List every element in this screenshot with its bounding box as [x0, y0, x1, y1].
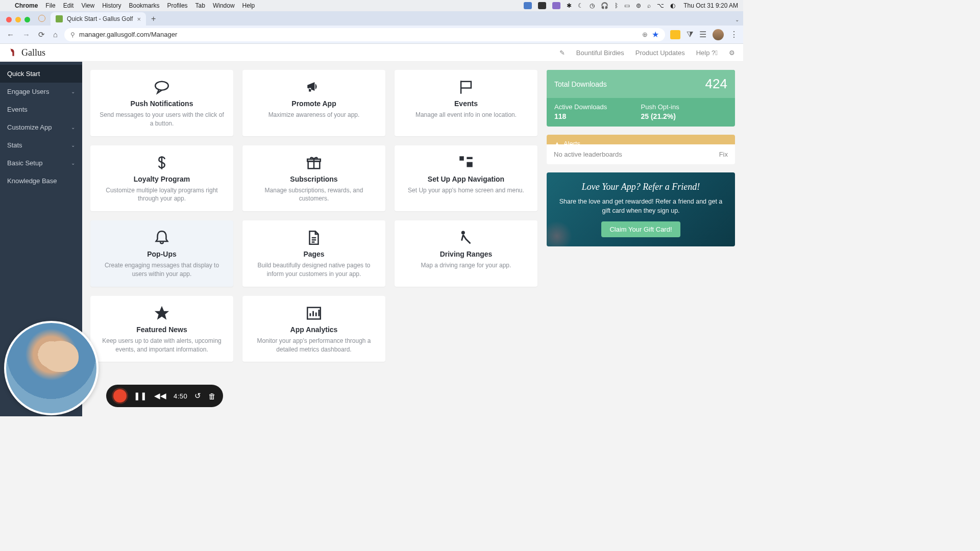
- card-push-notifications[interactable]: Push Notifications Send messages to your…: [90, 70, 233, 136]
- card-featured-news[interactable]: Featured News Keep users up to date with…: [90, 296, 233, 362]
- siri-icon[interactable]: ◐: [670, 2, 675, 9]
- sidebar-item-engage-users[interactable]: Engage Users⌄: [0, 83, 82, 101]
- delete-button[interactable]: 🗑: [208, 392, 216, 400]
- reload-button[interactable]: ⟳: [37, 30, 46, 39]
- profile-avatar[interactable]: [713, 29, 724, 40]
- card-app-analytics[interactable]: App Analytics Monitor your app's perform…: [242, 296, 385, 362]
- svg-point-0: [155, 82, 168, 90]
- card-subscriptions[interactable]: Subscriptions Manage subscriptions, rewa…: [242, 145, 385, 212]
- bookmark-star-icon[interactable]: ★: [652, 30, 659, 39]
- window-controls: [6, 17, 30, 22]
- card-loyalty-program[interactable]: Loyalty Program Customize multiple loyal…: [90, 145, 233, 212]
- total-downloads-label: Total Downloads: [554, 80, 607, 88]
- clock[interactable]: Thu Oct 31 9:20 AM: [683, 2, 738, 9]
- url-text: manager.gallusgolf.com/Manager: [79, 31, 177, 38]
- sidebar-item-stats[interactable]: Stats⌄: [0, 136, 82, 154]
- alerts-panel: ▲ Alerts No active leaderboards Fix: [547, 135, 735, 164]
- status-icon[interactable]: ✱: [567, 2, 572, 9]
- sidebar-item-customize-app[interactable]: Customize App⌄: [0, 118, 82, 136]
- product-updates-link[interactable]: Product Updates: [635, 49, 685, 57]
- tabstrip-expand-icon[interactable]: ⌄: [735, 17, 739, 22]
- status-icon[interactable]: [524, 2, 532, 9]
- wifi-icon[interactable]: ⊚: [636, 2, 641, 9]
- back-button[interactable]: ←: [5, 30, 16, 39]
- menu-profiles[interactable]: Profiles: [167, 2, 188, 9]
- status-icon[interactable]: [538, 2, 546, 9]
- forward-button[interactable]: →: [21, 30, 32, 39]
- address-bar[interactable]: ⚲ manager.gallusgolf.com/Manager ⊕ ★: [64, 28, 665, 41]
- control-center-icon[interactable]: ⌥: [657, 2, 664, 9]
- org-link[interactable]: Bountiful Birdies: [576, 49, 624, 57]
- settings-gear-icon[interactable]: ⚙: [729, 49, 735, 57]
- overflow-menu-icon[interactable]: ⋮: [730, 30, 738, 39]
- new-tab-button[interactable]: +: [146, 14, 161, 26]
- card-set-up-app-navigation[interactable]: Set Up App Navigation Set Up your app's …: [395, 145, 537, 212]
- search-icon[interactable]: ⌕: [647, 2, 651, 9]
- card-events[interactable]: Events Manage all event info in one loca…: [395, 70, 537, 136]
- zoom-icon[interactable]: ⊕: [642, 31, 648, 38]
- sidebar-item-events[interactable]: Events: [0, 101, 82, 118]
- help-link[interactable]: Help ?⃝: [696, 49, 718, 57]
- menu-history[interactable]: History: [102, 2, 121, 9]
- brand-logo[interactable]: Gallus: [8, 47, 45, 58]
- card-pages[interactable]: Pages Build beautifully designed native …: [242, 220, 385, 287]
- card-title: Events: [402, 99, 530, 108]
- svg-rect-5: [467, 162, 472, 167]
- moon-icon[interactable]: ☾: [578, 2, 583, 9]
- home-button[interactable]: ⌂: [52, 30, 59, 39]
- flag-icon: [402, 78, 530, 96]
- menu-view[interactable]: View: [81, 2, 94, 9]
- stop-record-button[interactable]: [113, 389, 127, 403]
- sidebar-item-knowledge-base[interactable]: Knowledge Base: [0, 172, 82, 190]
- app-name-menu[interactable]: Chrome: [15, 2, 38, 9]
- menu-bookmarks[interactable]: Bookmarks: [129, 2, 160, 9]
- card-driving-ranges[interactable]: Driving Ranges Map a driving range for y…: [395, 220, 537, 287]
- record-time: 4:50: [174, 392, 187, 400]
- restart-button[interactable]: ↺: [194, 391, 201, 400]
- reading-list-icon[interactable]: ☰: [699, 30, 706, 39]
- card-title: Pages: [250, 250, 378, 258]
- downloads-stats: Total Downloads 424 Active Downloads 118…: [547, 70, 735, 127]
- browser-tab[interactable]: Quick Start - Gallus Golf ×: [51, 12, 146, 26]
- bluetooth-icon[interactable]: ᛒ: [615, 2, 618, 9]
- status-icon[interactable]: [552, 2, 560, 9]
- alert-fix-link[interactable]: Fix: [719, 151, 728, 158]
- site-info-icon[interactable]: ⚲: [70, 31, 75, 38]
- card-desc: Keep users up to date with alerts, upcom…: [97, 337, 226, 354]
- total-downloads-value: 424: [705, 76, 727, 92]
- menu-help[interactable]: Help: [242, 2, 255, 9]
- refer-subtitle: Share the love and get rewarded! Refer a…: [555, 197, 727, 215]
- sidebar-item-label: Quick Start: [7, 70, 40, 78]
- brand-name: Gallus: [21, 47, 45, 58]
- sidebar-item-basic-setup[interactable]: Basic Setup⌄: [0, 154, 82, 172]
- recording-webcam-bubble[interactable]: [4, 321, 99, 415]
- headphones-icon[interactable]: 🎧: [601, 2, 608, 9]
- minimize-window[interactable]: [15, 17, 21, 22]
- close-tab-icon[interactable]: ×: [137, 15, 141, 23]
- menu-tab[interactable]: Tab: [195, 2, 205, 9]
- extension-icon[interactable]: [670, 30, 680, 39]
- menu-window[interactable]: Window: [213, 2, 235, 9]
- maximize-window[interactable]: [24, 17, 30, 22]
- extensions-icon[interactable]: ⧩: [687, 30, 693, 39]
- card-title: Set Up App Navigation: [402, 175, 530, 183]
- quick-start-cards: Push Notifications Send messages to your…: [90, 70, 537, 408]
- menubar-status: ✱ ☾ ◷ 🎧 ᛒ ▭ ⊚ ⌕ ⌥ ◐ Thu Oct 31 9:20 AM: [524, 2, 738, 9]
- menu-file[interactable]: File: [45, 2, 55, 9]
- claim-gift-card-button[interactable]: Claim Your Gift Card!: [601, 221, 680, 237]
- card-pop-ups[interactable]: Pop-Ups Create engaging messages that di…: [90, 220, 233, 287]
- sidebar-item-quick-start[interactable]: Quick Start: [0, 65, 82, 83]
- pause-button[interactable]: ❚❚: [134, 391, 147, 400]
- menu-edit[interactable]: Edit: [63, 2, 74, 9]
- clock-icon[interactable]: ◷: [590, 2, 595, 9]
- card-desc: Create engaging messages that display to…: [97, 261, 226, 279]
- card-promote-app[interactable]: Promote App Maximize awareness of your a…: [242, 70, 385, 136]
- tab-search-icon[interactable]: [38, 15, 45, 22]
- battery-icon[interactable]: ▭: [624, 2, 630, 9]
- rewind-button[interactable]: ◀◀: [154, 391, 166, 400]
- edit-icon[interactable]: ✎: [559, 49, 565, 57]
- dollar-icon: [97, 154, 226, 172]
- refer-friend-box: Love Your App? Refer a Friend! Share the…: [547, 172, 735, 246]
- card-title: Loyalty Program: [97, 175, 226, 183]
- close-window[interactable]: [6, 17, 12, 22]
